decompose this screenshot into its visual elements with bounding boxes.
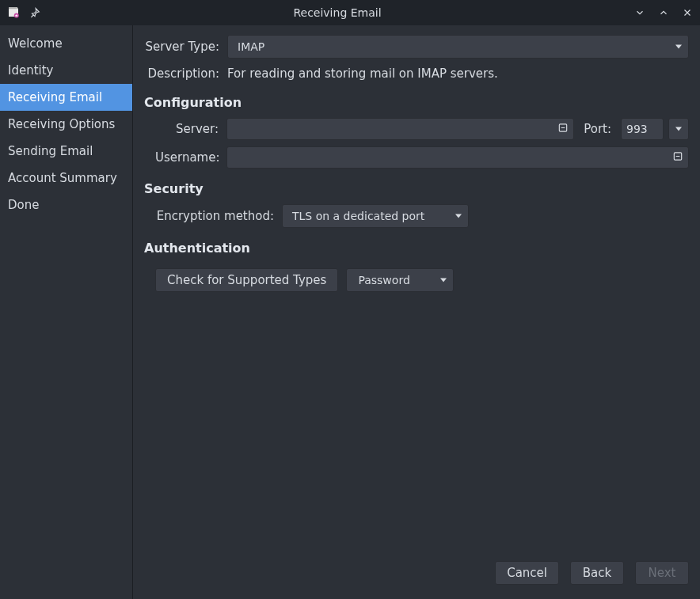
next-button: Next: [635, 561, 689, 585]
window-title: Receiving Email: [41, 6, 633, 19]
sidebar-item-welcome[interactable]: Welcome: [0, 30, 132, 57]
lookup-icon[interactable]: [672, 151, 683, 165]
main-panel: Server Type: IMAP Description: For readi…: [133, 25, 700, 599]
sidebar-item-account-summary[interactable]: Account Summary: [0, 165, 132, 191]
chevron-down-icon: [455, 214, 462, 218]
close-button[interactable]: [681, 6, 694, 19]
auth-method-value: Password: [358, 274, 409, 286]
auth-method-select[interactable]: Password: [346, 268, 454, 292]
back-button[interactable]: Back: [570, 561, 624, 585]
titlebar: Receiving Email: [0, 0, 700, 25]
server-type-value: IMAP: [238, 40, 264, 53]
port-value: 993: [626, 123, 648, 135]
encryption-select[interactable]: TLS on a dedicated port: [282, 204, 469, 228]
configuration-heading: Configuration: [144, 95, 689, 110]
server-input-field[interactable]: [234, 119, 551, 139]
check-supported-types-button[interactable]: Check for Supported Types: [155, 268, 338, 292]
description-text: For reading and storing mail on IMAP ser…: [227, 66, 498, 81]
server-input[interactable]: [226, 118, 574, 140]
app-icon: [6, 5, 21, 21]
server-type-label: Server Type:: [144, 40, 219, 54]
sidebar-item-identity[interactable]: Identity: [0, 57, 132, 84]
sidebar-item-receiving-email[interactable]: Receiving Email: [0, 84, 132, 111]
username-input[interactable]: [226, 146, 689, 169]
description-label: Description:: [144, 66, 219, 81]
chevron-down-icon: [675, 45, 682, 49]
pin-icon[interactable]: [29, 6, 41, 19]
username-input-field[interactable]: [234, 147, 666, 168]
chevron-down-icon: [440, 279, 447, 282]
server-label: Server:: [155, 122, 219, 136]
username-label: Username:: [155, 150, 219, 165]
port-label: Port:: [582, 122, 613, 136]
cancel-button[interactable]: Cancel: [495, 561, 559, 585]
authentication-heading: Authentication: [144, 241, 689, 256]
port-dropdown-button[interactable]: [668, 118, 689, 140]
port-input[interactable]: 993: [621, 118, 664, 140]
lookup-icon[interactable]: [557, 123, 569, 136]
sidebar-item-receiving-options[interactable]: Receiving Options: [0, 111, 132, 138]
security-heading: Security: [144, 181, 689, 196]
maximize-button[interactable]: [657, 6, 670, 19]
encryption-value: TLS on a dedicated port: [292, 210, 424, 222]
sidebar-item-sending-email[interactable]: Sending Email: [0, 138, 132, 165]
minimize-button[interactable]: [633, 6, 646, 19]
sidebar-item-done[interactable]: Done: [0, 191, 132, 218]
wizard-footer: Cancel Back Next: [144, 561, 689, 590]
server-type-select[interactable]: IMAP: [227, 35, 689, 59]
chevron-down-icon: [675, 127, 682, 131]
wizard-steps-sidebar: Welcome Identity Receiving Email Receivi…: [0, 25, 133, 599]
encryption-label: Encryption method:: [155, 209, 274, 223]
